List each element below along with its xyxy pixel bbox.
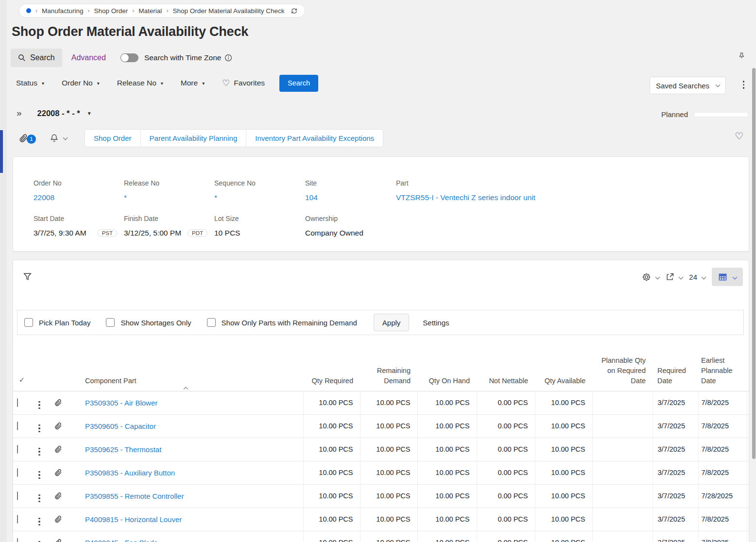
detail-field: Sequence No *	[214, 179, 305, 202]
timezone-toggle[interactable]	[120, 53, 138, 62]
field-value-link[interactable]: VTZSR55-I - Ventechi Z series indoor uni…	[396, 193, 535, 202]
field-label: Sequence No	[214, 179, 305, 187]
component-part-link[interactable]: P3509305 - Air Blower	[85, 399, 157, 407]
component-part-link[interactable]: P3509605 - Capacitor	[85, 422, 156, 430]
col-clipped[interactable]: Q I	[747, 342, 749, 391]
row-attachment-paperclip-icon[interactable]	[48, 468, 69, 477]
field-value-link[interactable]: 22008	[34, 193, 54, 202]
row-checkbox[interactable]	[17, 538, 18, 542]
filter-chip[interactable]: Order No ▾	[62, 79, 100, 87]
row-checkbox[interactable]	[17, 491, 18, 500]
table-row[interactable]: P3509305 - Air Blower 10.00 PCS 10.00 PC…	[13, 391, 749, 414]
breadcrumb-item[interactable]: Shop Order Material Availability Check	[172, 7, 284, 15]
row-menu-kebab-icon[interactable]	[38, 494, 40, 503]
row-attachment-paperclip-icon[interactable]	[48, 445, 69, 454]
row-attachment-paperclip-icon[interactable]	[48, 422, 69, 430]
more-options-kebab-icon[interactable]	[743, 81, 745, 89]
table-row[interactable]: P3509605 - Capacitor 10.00 PCS 10.00 PCS…	[13, 414, 749, 438]
collapse-panel-icon[interactable]: »	[17, 108, 22, 119]
attachments-button[interactable]: 1	[18, 133, 36, 143]
component-part-link[interactable]: P3509625 - Thermostat	[85, 445, 161, 454]
saved-searches-dropdown[interactable]: Saved Searches	[650, 77, 726, 94]
search-submit-button[interactable]: Search	[279, 75, 318, 92]
notifications-bell-icon[interactable]	[50, 134, 59, 143]
col-not-nettable[interactable]: Not Nettable	[477, 342, 535, 391]
col-qty-available[interactable]: Qty Available	[535, 342, 592, 391]
row-checkbox[interactable]	[17, 515, 18, 524]
breadcrumb-item[interactable]: Material	[138, 7, 162, 15]
row-menu-kebab-icon[interactable]	[38, 424, 40, 433]
filter-chip[interactable]: More ▾	[181, 79, 205, 87]
favorite-record-heart-icon[interactable]: ♡	[735, 130, 743, 142]
export-button[interactable]	[666, 272, 683, 281]
table-row[interactable]: P3509855 - Remote Controller 10.00 PCS 1…	[13, 484, 749, 508]
table-row[interactable]: P3509835 - Auxiliary Button 10.00 PCS 10…	[13, 461, 749, 484]
component-part-link[interactable]: P4009815 - Horizontal Louver	[85, 515, 182, 524]
row-menu-kebab-icon[interactable]	[38, 448, 40, 456]
record-selector-icon[interactable]: ▼	[87, 111, 92, 116]
breadcrumb-item[interactable]: Shop Order	[94, 7, 128, 15]
col-plannable-qty[interactable]: Plannable Qty on Required Date	[592, 342, 653, 391]
table-row[interactable]: P3509625 - Thermostat 10.00 PCS 10.00 PC…	[13, 438, 749, 461]
col-component-part[interactable]: Component Part	[69, 342, 303, 391]
apply-button[interactable]: Apply	[374, 314, 410, 331]
row-attachment-paperclip-icon[interactable]	[48, 398, 69, 407]
earliest-plannable-date-cell: 7/8/2025	[698, 461, 747, 484]
option-checkbox[interactable]: Show Shortages Only	[106, 318, 191, 327]
advanced-search-link[interactable]: Advanced	[71, 53, 106, 62]
filter-funnel-icon[interactable]	[23, 272, 32, 281]
related-page-link[interactable]: Parent Availability Planning	[140, 130, 246, 147]
search-mode-button[interactable]: Search	[11, 49, 62, 67]
favorites-button[interactable]: ♡ Favorites	[222, 78, 265, 88]
info-icon[interactable]	[224, 54, 232, 62]
col-required-date[interactable]: Required Date	[653, 342, 698, 391]
table-settings-button[interactable]	[642, 272, 659, 282]
row-checkbox[interactable]	[17, 445, 18, 454]
related-page-link[interactable]: Shop Order	[85, 130, 140, 147]
chevron-down-icon[interactable]	[63, 135, 68, 140]
settings-link[interactable]: Settings	[423, 319, 449, 327]
component-part-link[interactable]: P3509835 - Auxiliary Button	[85, 469, 175, 477]
breadcrumb-item[interactable]: Manufacturing	[42, 7, 84, 15]
checkbox[interactable]	[106, 318, 115, 327]
row-menu-kebab-icon[interactable]	[38, 401, 40, 409]
filter-chip-bar: Status ▾ Order No ▾ Release No ▾ More ▾ …	[16, 74, 318, 92]
row-checkbox[interactable]	[17, 468, 18, 477]
col-remaining-demand[interactable]: Remaining Demand	[360, 342, 417, 391]
row-attachment-paperclip-icon[interactable]	[48, 491, 69, 500]
field-value-link[interactable]: 104	[305, 193, 318, 202]
col-qty-on-hand[interactable]: Qty On Hand	[417, 342, 477, 391]
filter-chip[interactable]: Release No ▾	[117, 79, 163, 87]
checkbox[interactable]	[207, 318, 216, 327]
vertical-scrollbar[interactable]	[752, 0, 756, 542]
detail-field: Order No 22008	[34, 179, 124, 202]
detail-field: Lot Size 10 PCS	[214, 215, 305, 237]
field-value-link[interactable]: *	[124, 193, 127, 202]
row-attachment-paperclip-icon[interactable]	[48, 538, 69, 542]
col-earliest-plannable-date[interactable]: Earliest Plannable Date	[698, 342, 747, 391]
row-checkbox[interactable]	[17, 422, 18, 430]
row-menu-kebab-icon[interactable]	[38, 471, 40, 479]
table-row[interactable]: P4009815 - Horizontal Louver 10.00 PCS 1…	[13, 508, 749, 531]
checkbox[interactable]	[24, 318, 33, 327]
pin-icon[interactable]	[738, 52, 745, 59]
select-all-check-icon[interactable]: ✓	[13, 342, 31, 391]
col-qty-required[interactable]: Qty Required	[303, 342, 360, 391]
scrollbar-thumb[interactable]	[752, 68, 756, 459]
option-checkbox[interactable]: Pick Plan Today	[24, 318, 90, 327]
view-mode-button[interactable]	[712, 268, 743, 286]
refresh-icon[interactable]	[291, 7, 298, 15]
related-page-link[interactable]: Inventory Part Availability Exceptions	[246, 130, 383, 147]
row-attachment-paperclip-icon[interactable]	[48, 515, 69, 524]
filter-chip[interactable]: Status ▾	[16, 79, 44, 87]
component-part-link[interactable]: P3509855 - Remote Controller	[85, 492, 184, 500]
field-value-link[interactable]: *	[214, 193, 217, 202]
chevron-down-icon	[702, 274, 706, 279]
option-checkbox[interactable]: Show Only Parts with Remaining Demand	[207, 318, 357, 327]
row-menu-kebab-icon[interactable]	[38, 518, 40, 526]
qty-on-hand-cell: 10.00 PCS	[417, 391, 477, 414]
row-checkbox[interactable]	[17, 398, 18, 407]
component-part-link[interactable]: P4009845 - Fan Blade	[85, 539, 158, 542]
page-size-selector[interactable]: 24	[689, 273, 705, 281]
table-row[interactable]: P4009845 - Fan Blade 10.00 PCS 10.00 PCS…	[13, 531, 749, 542]
